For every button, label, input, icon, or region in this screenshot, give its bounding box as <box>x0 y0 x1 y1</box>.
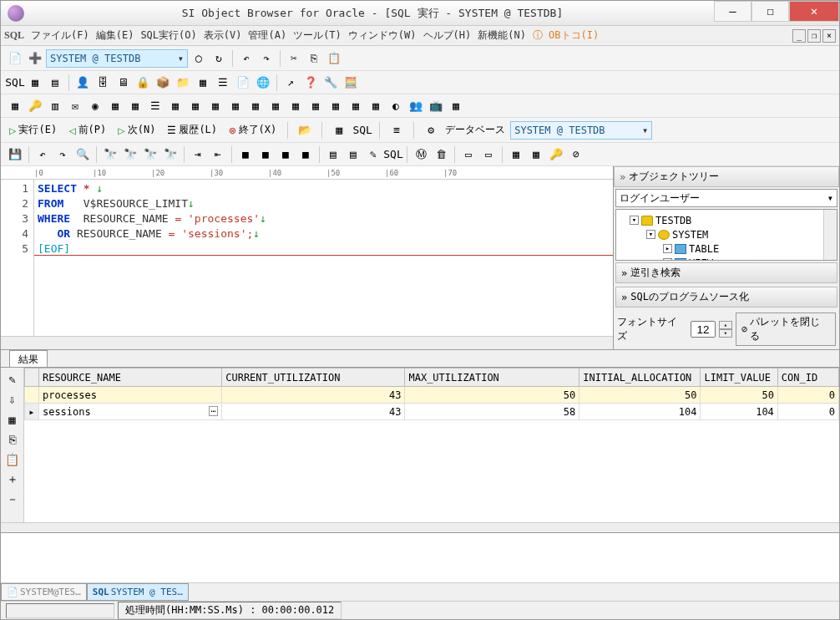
results-grid[interactable]: RESOURCE_NAME CURRENT_UTILIZATION MAX_UT… <box>24 368 839 522</box>
tb-f-icon[interactable]: ☰ <box>146 97 164 115</box>
ed-undo-icon[interactable]: ↶ <box>33 145 52 164</box>
new-conn-icon[interactable]: 📄 <box>6 49 24 68</box>
paste-icon[interactable]: 📋 <box>325 49 343 68</box>
comment-icon[interactable]: ▤ <box>324 145 342 164</box>
ed-redo-icon[interactable]: ↷ <box>53 145 72 164</box>
minimize-button[interactable]: — <box>714 1 751 22</box>
redo-icon[interactable]: ↷ <box>257 49 276 68</box>
font-up-button[interactable]: ▴ <box>719 321 732 329</box>
tree-item-view[interactable]: ▸VIEW <box>620 256 833 261</box>
db-icon[interactable]: 🗄 <box>94 74 112 92</box>
history-button[interactable]: ☰履歴(L) <box>164 121 220 139</box>
globe-icon[interactable]: 🌐 <box>254 74 272 92</box>
doc-tab-2[interactable]: SQLSYSTEM @ TES… <box>87 583 189 601</box>
database-combo[interactable]: SYSTEM @ TESTDB▾ <box>510 121 652 140</box>
lock-icon[interactable]: 🔒 <box>134 74 152 92</box>
res-paste-icon[interactable]: 📋 <box>4 451 21 468</box>
menu-new[interactable]: 新機能(N) <box>478 28 526 43</box>
list-icon[interactable]: ☰ <box>214 74 232 92</box>
tree-item-table[interactable]: ▸TABLE <box>620 241 833 256</box>
binoc2-icon[interactable]: 🔭 <box>121 145 139 164</box>
uncomment-icon[interactable]: ▤ <box>344 145 362 164</box>
open-icon[interactable]: 📂 <box>296 121 314 140</box>
view-icon[interactable]: ▤ <box>46 74 64 92</box>
tb-k-icon[interactable]: ▦ <box>246 97 265 115</box>
tb-key-icon[interactable]: 🔑 <box>26 97 44 115</box>
res-copy-icon[interactable]: ⎘ <box>4 431 21 448</box>
user-icon[interactable]: 👤 <box>73 74 92 92</box>
m-icon[interactable]: Ⓜ <box>412 145 430 164</box>
login-user-combo[interactable]: ログインユーザー▾ <box>615 189 837 207</box>
mdi-restore-button[interactable]: ❐ <box>807 29 821 43</box>
grid-icon[interactable]: ▦ <box>194 74 212 92</box>
menu-manage[interactable]: 管理(A) <box>248 28 286 43</box>
tb-d-icon[interactable]: ▦ <box>106 97 124 115</box>
results-hscrollbar[interactable] <box>1 522 839 532</box>
tb-q-icon[interactable]: ▦ <box>367 97 385 115</box>
menu-view[interactable]: 表示(V) <box>204 28 242 43</box>
key2-icon[interactable]: 🔑 <box>547 145 565 164</box>
rb-d-icon[interactable]: ⚙ <box>422 121 440 140</box>
execute-button[interactable]: ▷実行(E) <box>6 121 60 139</box>
save-icon[interactable]: 💾 <box>6 145 24 164</box>
binoc3-icon[interactable]: 🔭 <box>141 145 159 164</box>
export-icon[interactable]: ↗ <box>281 74 300 92</box>
tb-c-icon[interactable]: ◉ <box>86 97 104 115</box>
editor-hscrollbar[interactable] <box>1 336 613 349</box>
menu-file[interactable]: ファイル(F) <box>31 28 89 43</box>
close-button[interactable]: ✕ <box>789 1 839 22</box>
tb-mail-icon[interactable]: ✉ <box>66 97 84 115</box>
cut-icon[interactable]: ✂ <box>285 49 303 68</box>
tb-b-icon[interactable]: ▥ <box>46 97 64 115</box>
rb-c-icon[interactable]: ≡ <box>387 121 406 140</box>
indent-icon[interactable]: ⇥ <box>189 145 207 164</box>
close-palette-button[interactable]: ⊘パレットを閉じる <box>736 313 836 346</box>
cancel-icon[interactable]: ⊘ <box>567 145 585 164</box>
mdi-close-button[interactable]: × <box>822 29 836 43</box>
tree-db-node[interactable]: ▾TESTDB <box>620 213 833 227</box>
add-conn-icon[interactable]: ➕ <box>26 49 44 68</box>
tree-user-node[interactable]: ▾SYSTEM <box>620 227 833 241</box>
binoc1-icon[interactable]: 🔭 <box>101 145 119 164</box>
cell-more-icon[interactable]: ⋯ <box>209 406 218 416</box>
tb-h-icon[interactable]: ▦ <box>186 97 205 115</box>
sql-icon[interactable]: SQL <box>6 74 24 92</box>
connection-combo[interactable]: SYSTEM @ TESTDB▾ <box>46 49 188 68</box>
clear-icon[interactable]: 🗑 <box>432 145 450 164</box>
outdent-icon[interactable]: ⇤ <box>209 145 227 164</box>
next-button[interactable]: ▷次(N) <box>114 121 159 139</box>
results-row[interactable]: processes 43 50 50 50 0 <box>25 387 839 404</box>
tb-g-icon[interactable]: ▦ <box>166 97 185 115</box>
tb-p-icon[interactable]: ▦ <box>347 97 365 115</box>
tb-i-icon[interactable]: ▦ <box>206 97 225 115</box>
tb-s-icon[interactable]: 👥 <box>407 97 425 115</box>
rb-b-icon[interactable]: SQL <box>353 121 372 140</box>
tb-t-icon[interactable]: 📺 <box>427 97 445 115</box>
block4-icon[interactable]: ■ <box>296 145 315 164</box>
server-icon[interactable]: 🖥 <box>114 74 132 92</box>
help-icon[interactable]: ❓ <box>301 74 320 92</box>
win1-icon[interactable]: ▭ <box>459 145 478 164</box>
res-excel-icon[interactable]: ▦ <box>4 411 21 428</box>
table-icon[interactable]: ▦ <box>26 74 44 92</box>
folder-icon[interactable]: 📁 <box>174 74 192 92</box>
copy-icon[interactable]: ⎘ <box>305 49 323 68</box>
res-del-icon[interactable]: － <box>4 491 21 508</box>
tree-vscrollbar[interactable] <box>823 210 837 260</box>
block2-icon[interactable]: ■ <box>256 145 275 164</box>
menu-sqlexec[interactable]: SQL実行(O) <box>140 28 196 43</box>
maximize-button[interactable]: ☐ <box>751 1 789 22</box>
tb-u-icon[interactable]: ▦ <box>447 97 465 115</box>
mdi-minimize-button[interactable]: _ <box>792 29 806 43</box>
results-tab[interactable]: 結果 <box>9 350 48 367</box>
rb-a-icon[interactable]: ▦ <box>330 121 348 140</box>
menu-edit[interactable]: 編集(E) <box>96 28 134 43</box>
font-down-button[interactable]: ▾ <box>719 329 732 338</box>
package-icon[interactable]: 📦 <box>154 74 172 92</box>
tb-o-icon[interactable]: ▦ <box>326 97 345 115</box>
reload-icon[interactable]: ↻ <box>210 49 228 68</box>
find-icon[interactable]: 🔍 <box>73 145 92 164</box>
object-tree[interactable]: ▾TESTDB ▾SYSTEM ▸TABLE ▸VIEW ▸MATERIALIZ… <box>615 209 837 261</box>
tb-a-icon[interactable]: ▦ <box>6 97 24 115</box>
tb-l-icon[interactable]: ▦ <box>266 97 285 115</box>
